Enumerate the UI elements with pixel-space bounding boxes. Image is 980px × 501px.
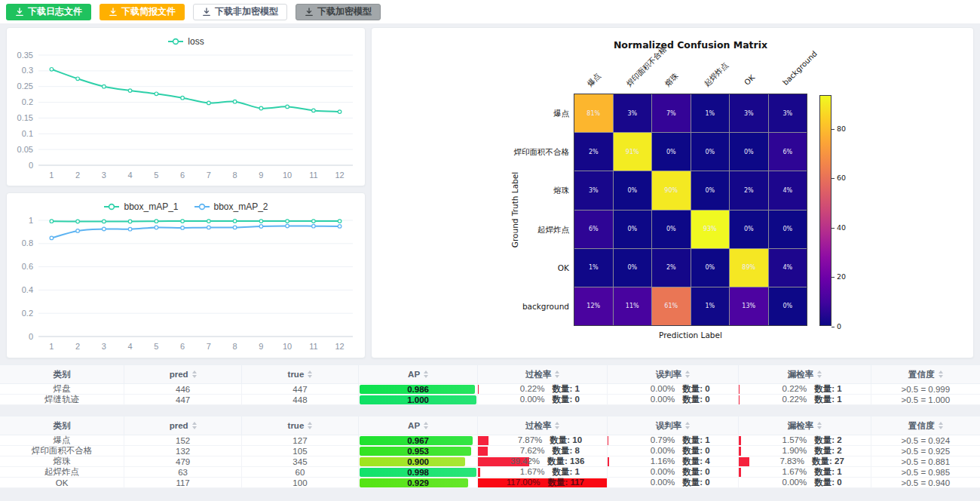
true-cell: 345 xyxy=(242,456,359,466)
column-header-label: true xyxy=(288,370,305,379)
confusion-matrix-card: Normalized Confusion Matrix 爆点焊印面积不合格熔珠起… xyxy=(371,27,974,358)
svg-text:10: 10 xyxy=(283,342,292,351)
svg-text:1: 1 xyxy=(29,216,33,225)
download-encrypted-model-button[interactable]: 下载加密模型 xyxy=(296,4,381,20)
column-header-误判率[interactable]: 误判率 xyxy=(608,365,739,383)
rate-count: 数量: 1 xyxy=(552,467,579,477)
legend-marker-icon xyxy=(103,203,120,211)
sort-asc-icon xyxy=(555,370,559,373)
sort-desc-icon xyxy=(685,426,690,429)
legend-item-loss[interactable]: loss xyxy=(167,36,204,47)
column-header-漏检率[interactable]: 漏检率 xyxy=(739,365,871,383)
sort-caret-icon[interactable] xyxy=(817,422,822,429)
rate-count: 数量: 136 xyxy=(547,456,584,466)
table-row: 焊盘4464470.9860.22%数量: 10.00%数量: 00.22%数量… xyxy=(0,384,980,395)
confidence-cell: >0.5 = 1.000 xyxy=(871,395,980,404)
column-header-true[interactable]: true xyxy=(242,416,359,435)
confusion-matrix-ylabel: Ground Truth Label xyxy=(510,155,521,265)
column-header-AP[interactable]: AP xyxy=(359,365,479,383)
download-icon xyxy=(15,8,24,17)
sort-caret-icon[interactable] xyxy=(939,370,943,378)
svg-text:0.2: 0.2 xyxy=(22,309,33,318)
download-report-button[interactable]: 下载简报文件 xyxy=(100,4,185,20)
sort-caret-icon[interactable] xyxy=(192,422,197,429)
column-header-过检率[interactable]: 过检率 xyxy=(478,416,608,435)
cm-col-label: 爆点 xyxy=(585,71,603,89)
missdetect-cell: 0.22%数量: 1 xyxy=(739,384,871,394)
column-header-AP[interactable]: AP xyxy=(359,416,479,435)
legend-item-bbox_mAP_2[interactable]: bbox_mAP_2 xyxy=(194,201,268,212)
sort-desc-icon xyxy=(192,375,197,378)
sort-caret-icon[interactable] xyxy=(817,370,822,378)
sort-caret-icon[interactable] xyxy=(939,422,943,429)
cm-cell-起焊炸点-起焊炸点: 93% xyxy=(691,211,730,248)
cm-cell-爆点-OK: 3% xyxy=(730,94,768,132)
rate-count: 数量: 0 xyxy=(814,478,841,487)
svg-text:0.15: 0.15 xyxy=(17,113,33,122)
cm-row-label: 起焊炸点 xyxy=(417,225,569,235)
rate-percent: 0.22% xyxy=(505,384,544,393)
rate-text: 1.90%数量: 2 xyxy=(767,446,841,456)
sort-caret-icon[interactable] xyxy=(424,422,428,429)
true-cell: 127 xyxy=(242,435,359,445)
confusion-matrix-heatmap: 81%3%7%1%3%3%2%91%0%0%0%6%3%0%90%0%2%4%6… xyxy=(574,94,807,326)
sort-desc-icon xyxy=(817,426,822,429)
svg-text:8: 8 xyxy=(233,342,237,351)
svg-text:5: 5 xyxy=(154,342,158,351)
column-header-误判率[interactable]: 误判率 xyxy=(608,416,739,435)
column-header-类别: 类别 xyxy=(0,365,124,383)
rate-text: 0.00%数量: 0 xyxy=(767,478,841,487)
rate-percent: 0.00% xyxy=(635,395,675,404)
column-header-漏检率[interactable]: 漏检率 xyxy=(739,416,871,435)
confusion-matrix-xlabel: Prediction Label xyxy=(574,330,807,340)
svg-text:0.25: 0.25 xyxy=(17,81,33,91)
rate-text: 0.79%数量: 1 xyxy=(635,435,709,445)
download-encrypted-model-label: 下载加密模型 xyxy=(317,5,372,18)
overdetect-cell: 117.00%数量: 117 xyxy=(478,478,608,487)
rate-percent: 1.67% xyxy=(505,467,544,476)
sort-caret-icon[interactable] xyxy=(555,422,559,429)
ap-value: 1.000 xyxy=(407,395,429,404)
cm-cell-熔珠-background: 4% xyxy=(769,171,807,209)
sort-caret-icon[interactable] xyxy=(192,370,197,378)
download-log-button[interactable]: 下载日志文件 xyxy=(6,4,91,20)
legend-marker-icon xyxy=(194,203,210,211)
download-icon xyxy=(109,8,118,17)
column-header-置信度[interactable]: 置信度 xyxy=(871,416,980,435)
sort-caret-icon[interactable] xyxy=(308,422,312,429)
pred-cell: 63 xyxy=(124,467,242,477)
column-header-true[interactable]: true xyxy=(242,365,359,383)
column-header-pred[interactable]: pred xyxy=(124,416,242,435)
legend-item-bbox_mAP_1[interactable]: bbox_mAP_1 xyxy=(103,201,178,212)
sort-caret-icon[interactable] xyxy=(308,370,312,378)
column-header-label: 置信度 xyxy=(908,420,935,432)
svg-text:1: 1 xyxy=(49,171,54,180)
sort-caret-icon[interactable] xyxy=(685,370,690,378)
rate-count: 数量: 1 xyxy=(552,384,579,394)
overdetect-cell: 7.62%数量: 8 xyxy=(478,446,608,456)
ap-cell: 0.998 xyxy=(359,467,479,477)
rate-bar xyxy=(608,436,608,445)
sort-caret-icon[interactable] xyxy=(424,370,428,378)
confusion-matrix-title: Normalized Confusion Matrix xyxy=(574,39,807,51)
cm-cell-background-起焊炸点: 1% xyxy=(691,287,730,325)
download-plain-model-button[interactable]: 下载非加密模型 xyxy=(193,4,287,20)
column-header-label: 误判率 xyxy=(656,369,682,380)
pred-cell: 132 xyxy=(124,446,242,456)
missdetect-cell: 1.67%数量: 1 xyxy=(739,467,871,477)
download-plain-model-label: 下载非加密模型 xyxy=(215,5,278,18)
column-header-置信度[interactable]: 置信度 xyxy=(871,365,980,383)
svg-text:10: 10 xyxy=(283,171,292,180)
ap-value: 0.929 xyxy=(407,478,429,487)
misjudge-cell: 0.00%数量: 0 xyxy=(608,467,739,477)
column-header-过检率[interactable]: 过检率 xyxy=(478,365,608,383)
column-header-label: 误判率 xyxy=(656,420,682,432)
sort-caret-icon[interactable] xyxy=(685,422,690,429)
rate-count: 数量: 1 xyxy=(682,435,709,445)
rate-text: 7.62%数量: 8 xyxy=(505,446,579,456)
sort-caret-icon[interactable] xyxy=(555,370,559,378)
cm-cell-background-爆点: 12% xyxy=(574,287,613,325)
column-header-pred[interactable]: pred xyxy=(124,365,242,383)
cm-cell-OK-熔珠: 2% xyxy=(652,249,691,287)
ap-cell: 1.000 xyxy=(359,395,479,404)
